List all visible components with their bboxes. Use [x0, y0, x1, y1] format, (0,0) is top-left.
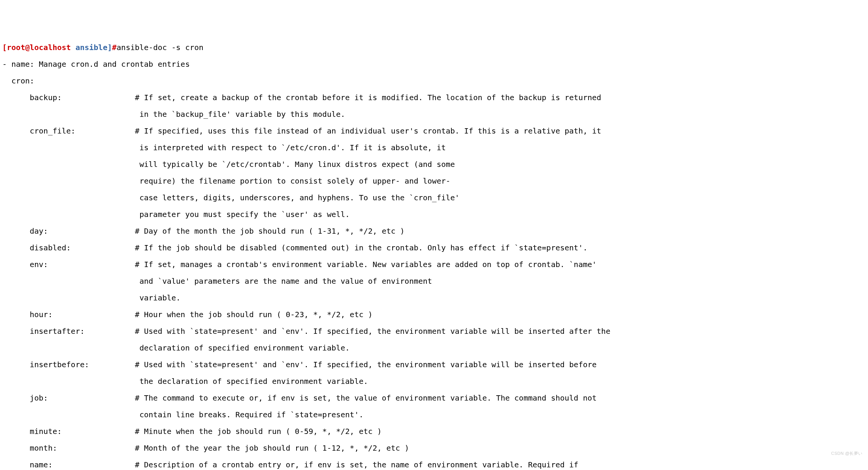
param-desc: # If specified, uses this file instead o…: [135, 126, 601, 135]
param-key: backup:: [30, 93, 135, 102]
param-cron-file: cron_file:# If specified, uses this file…: [2, 127, 866, 135]
param-key: hour:: [30, 310, 135, 319]
param-desc-cont: is interpreted with respect to `/etc/cro…: [2, 143, 866, 152]
param-desc-cont: the declaration of specified environment…: [2, 377, 866, 385]
param-env: env:# If set, manages a crontab's enviro…: [2, 260, 866, 269]
param-desc-cont: case letters, digits, underscores, and h…: [2, 193, 866, 202]
param-desc-cont: declaration of specified environment var…: [2, 344, 866, 352]
param-desc: # If set, create a backup of the crontab…: [135, 93, 601, 102]
param-key: insertbefore:: [30, 360, 135, 369]
param-desc: # Hour when the job should run ( 0-23, *…: [135, 310, 372, 319]
param-key: env:: [30, 260, 135, 269]
prompt-path: ansible]: [71, 43, 112, 52]
prompt-user: [root@localhost: [2, 43, 71, 52]
typed-command: ansible-doc -s cron: [117, 43, 204, 52]
param-day: day:# Day of the month the job should ru…: [2, 227, 866, 235]
param-desc-cont: contain line breaks. Required if `state=…: [2, 410, 866, 419]
param-key: day:: [30, 227, 135, 235]
param-hour: hour:# Hour when the job should run ( 0-…: [2, 310, 866, 319]
param-desc: # If set, manages a crontab's environmen…: [135, 260, 597, 269]
param-desc: # Description of a crontab entry or, if …: [135, 460, 578, 469]
yaml-module-line: cron:: [2, 77, 866, 85]
param-desc: # If the job should be disabled (comment…: [135, 243, 587, 252]
param-month: month:# Month of the year the job should…: [2, 444, 866, 452]
command-line[interactable]: [root@localhost ansible]#ansible-doc -s …: [2, 43, 866, 52]
param-desc: # Minute when the job should run ( 0-59,…: [135, 427, 382, 436]
param-desc: # The command to execute or, if env is s…: [135, 393, 597, 402]
param-key: month:: [30, 444, 135, 452]
param-minute: minute:# Minute when the job should run …: [2, 427, 866, 435]
yaml-name-line: - name: Manage cron.d and crontab entrie…: [2, 60, 866, 68]
watermark-text: CSDN @长夢い: [831, 451, 863, 456]
param-job: job:# The command to execute or, if env …: [2, 394, 866, 402]
param-insertafter: insertafter:# Used with `state=present' …: [2, 327, 866, 335]
param-key: name:: [30, 461, 135, 469]
param-desc: # Month of the year the job should run (…: [135, 443, 409, 453]
param-desc-cont: and `value' parameters are the name and …: [2, 277, 866, 285]
param-insertbefore: insertbefore:# Used with `state=present'…: [2, 360, 866, 369]
param-key: job:: [30, 394, 135, 402]
param-key: minute:: [30, 427, 135, 435]
param-desc-cont: in the `backup_file' variable by this mo…: [2, 110, 866, 118]
param-disabled: disabled:# If the job should be disabled…: [2, 244, 866, 252]
param-desc-cont: require) the filename portion to consist…: [2, 177, 866, 185]
param-desc: # Used with `state=present' and `env'. I…: [135, 327, 610, 336]
param-desc-cont: parameter you must specify the `user' as…: [2, 210, 866, 218]
terminal-output: [root@localhost ansible]#ansible-doc -s …: [2, 35, 866, 470]
param-desc-cont: variable.: [2, 294, 866, 302]
param-desc-cont: will typically be `/etc/crontab'. Many l…: [2, 160, 866, 168]
param-desc: # Day of the month the job should run ( …: [135, 226, 404, 236]
param-name: name:# Description of a crontab entry or…: [2, 461, 866, 469]
prompt-hash: #: [112, 43, 117, 52]
param-desc: # Used with `state=present' and `env'. I…: [135, 360, 597, 369]
param-key: cron_file:: [30, 127, 135, 135]
param-key: insertafter:: [30, 327, 135, 335]
param-key: disabled:: [30, 244, 135, 252]
param-backup: backup:# If set, create a backup of the …: [2, 93, 866, 102]
